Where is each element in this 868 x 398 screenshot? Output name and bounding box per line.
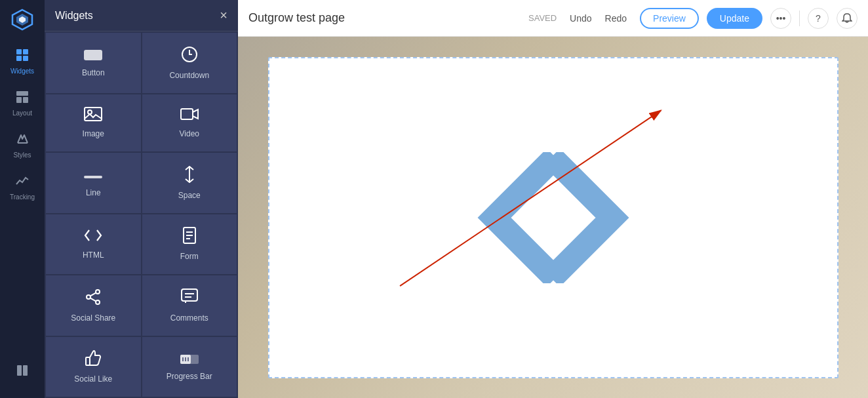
canvas-frame[interactable] <box>268 57 838 378</box>
video-icon <box>180 107 199 124</box>
nav-item-bottom[interactable] <box>16 356 29 385</box>
widget-video-label: Video <box>180 129 199 138</box>
svg-line-27 <box>90 292 96 296</box>
nav-item-widgets[interactable]: Widgets <box>0 41 45 83</box>
left-nav: Widgets Layout Styles Tracking <box>0 0 45 398</box>
help-button[interactable]: ? <box>808 8 829 29</box>
widgets-panel: Widgets × Button Countdown <box>45 0 238 398</box>
form-icon <box>182 227 197 247</box>
widget-progress-bar-label: Progress Bar <box>167 372 212 381</box>
widget-video[interactable]: Video <box>142 94 237 152</box>
svg-point-24 <box>96 290 100 294</box>
logo <box>9 7 35 33</box>
widget-form[interactable]: Form <box>142 214 237 275</box>
svg-rect-4 <box>23 49 28 54</box>
progress-bar-icon <box>180 352 199 367</box>
nav-item-tracking-label: Tracking <box>10 193 35 201</box>
nav-bottom <box>16 356 29 391</box>
widget-button-label: Button <box>82 68 105 77</box>
widget-html-label: HTML <box>83 250 104 260</box>
widgets-grid: Button Countdown Image <box>45 31 238 398</box>
widget-social-like[interactable]: Social Like <box>46 337 141 397</box>
svg-rect-13 <box>84 50 102 60</box>
svg-rect-3 <box>16 49 22 54</box>
svg-point-25 <box>87 295 90 299</box>
line-icon <box>84 169 102 183</box>
nav-item-layout[interactable]: Layout <box>0 83 45 125</box>
layout-icon <box>16 90 29 107</box>
svg-rect-18 <box>84 176 102 178</box>
notifications-button[interactable] <box>837 8 858 29</box>
countdown-icon <box>181 46 198 66</box>
widget-image-label: Image <box>83 129 104 138</box>
button-icon <box>84 49 102 63</box>
widget-social-share-label: Social Share <box>71 313 115 323</box>
comments-icon <box>181 289 198 308</box>
svg-rect-6 <box>23 56 28 61</box>
svg-point-26 <box>96 300 100 304</box>
nav-item-tracking[interactable]: Tracking <box>0 167 45 209</box>
widget-button[interactable]: Button <box>46 33 141 93</box>
image-icon <box>84 107 102 124</box>
widget-social-like-label: Social Like <box>74 374 112 384</box>
svg-rect-8 <box>16 97 22 103</box>
svg-rect-12 <box>23 365 28 376</box>
widgets-header: Widgets × <box>45 0 238 31</box>
widgets-icon <box>16 49 29 65</box>
more-button[interactable]: ••• <box>770 8 791 29</box>
svg-rect-9 <box>23 97 28 103</box>
tracking-icon <box>16 174 29 191</box>
undo-button[interactable]: Undo <box>564 10 597 26</box>
divider <box>799 10 800 26</box>
widget-line-label: Line <box>86 188 101 197</box>
widget-countdown-label: Countdown <box>169 71 209 80</box>
widget-countdown[interactable]: Countdown <box>142 33 237 93</box>
saved-status: SAVED <box>528 13 557 23</box>
top-bar: Outgrow test page SAVED Undo Redo Previe… <box>238 0 868 37</box>
preview-button[interactable]: Preview <box>640 8 699 29</box>
nav-item-styles[interactable]: Styles <box>0 125 45 167</box>
widget-image[interactable]: Image <box>46 94 141 152</box>
update-button[interactable]: Update <box>707 8 762 29</box>
widget-html[interactable]: HTML <box>46 214 141 275</box>
svg-rect-32 <box>86 357 90 365</box>
nav-item-widgets-label: Widgets <box>10 68 34 75</box>
svg-rect-7 <box>16 91 28 96</box>
widgets-title: Widgets <box>55 10 93 22</box>
canvas-brackets <box>455 152 652 283</box>
styles-icon <box>16 132 29 149</box>
redo-button[interactable]: Redo <box>600 10 632 26</box>
social-share-icon <box>85 289 102 308</box>
close-button[interactable]: × <box>220 8 227 23</box>
svg-rect-29 <box>182 289 197 301</box>
social-like-icon <box>85 349 102 369</box>
widget-progress-bar[interactable]: Progress Bar <box>142 337 237 397</box>
undo-redo-group: Undo Redo <box>564 10 632 26</box>
canvas-area <box>238 37 868 398</box>
widget-social-share[interactable]: Social Share <box>46 275 141 336</box>
space-icon <box>182 166 197 186</box>
widget-line[interactable]: Line <box>46 153 141 213</box>
widget-form-label: Form <box>180 252 199 261</box>
main-area: Outgrow test page SAVED Undo Redo Previe… <box>238 0 868 398</box>
svg-rect-5 <box>16 56 22 61</box>
widget-comments[interactable]: Comments <box>142 275 237 336</box>
svg-line-28 <box>90 298 96 301</box>
page-title: Outgrow test page <box>248 11 521 25</box>
svg-rect-15 <box>85 108 102 121</box>
nav-item-styles-label: Styles <box>13 151 31 159</box>
svg-rect-11 <box>17 365 22 376</box>
nav-item-layout-label: Layout <box>12 109 32 117</box>
html-icon <box>84 228 102 245</box>
widget-space-label: Space <box>178 191 201 200</box>
widget-comments-label: Comments <box>170 313 208 323</box>
widget-space[interactable]: Space <box>142 153 237 213</box>
svg-rect-17 <box>181 109 193 119</box>
